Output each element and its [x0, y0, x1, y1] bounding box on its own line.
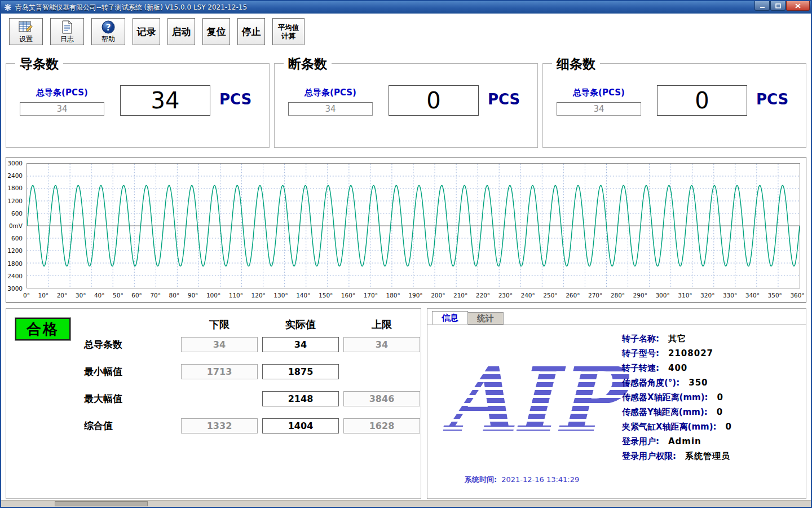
- log-button[interactable]: 日志: [50, 18, 84, 45]
- col-header-upper: 上限: [343, 318, 420, 331]
- broken-total-label: 总导条(PCS): [288, 87, 373, 98]
- tab-statistics[interactable]: 统计: [468, 312, 504, 325]
- close-button[interactable]: [786, 1, 810, 11]
- scrollbar-thumb[interactable]: [55, 501, 148, 506]
- settings-button[interactable]: 设置: [9, 18, 43, 45]
- x-tick: 80°: [169, 292, 180, 300]
- total-bars-actual[interactable]: 34: [262, 337, 339, 352]
- y-tick: 1200: [7, 198, 23, 204]
- x-tick: 310°: [678, 292, 692, 300]
- y-tick: 2400: [7, 172, 23, 179]
- group-bar-count: 导条数 总导条(PCS) 34 34 PCS: [6, 63, 270, 148]
- max-amplitude-actual[interactable]: 2148: [262, 391, 339, 406]
- rotor-info-fields: 转子名称:其它 转子型号:2108027 转子转速:400 传感器角度(°):3…: [622, 331, 732, 463]
- total-bars-lower[interactable]: 34: [181, 337, 258, 352]
- x-tick: 60°: [131, 292, 142, 300]
- composite-lower[interactable]: 1332: [181, 418, 258, 433]
- x-tick: 320°: [700, 292, 714, 300]
- help-icon: ?: [102, 20, 115, 34]
- bottom-scrollbar[interactable]: [1, 500, 811, 507]
- x-tick: 210°: [453, 292, 467, 300]
- rotor-speed-label: 转子转速:: [622, 363, 659, 374]
- x-tick: 120°: [251, 292, 266, 300]
- min-amplitude-lower[interactable]: 1713: [181, 364, 258, 379]
- record-button[interactable]: 记录: [133, 18, 160, 45]
- tab-info[interactable]: 信息: [432, 311, 468, 325]
- broken-count-display: 0: [389, 85, 479, 116]
- start-button[interactable]: 启动: [167, 18, 195, 45]
- x-tick: 360°: [790, 292, 804, 300]
- row-label-min-amplitude: 最小幅值: [80, 364, 176, 379]
- row-label-composite: 综合值: [80, 418, 176, 433]
- total-bars-upper[interactable]: 34: [343, 337, 420, 352]
- col-header-actual: 实际值: [262, 318, 339, 331]
- broken-total-input[interactable]: 34: [288, 102, 373, 116]
- login-role-value: 系统管理员: [685, 451, 730, 462]
- max-amplitude-upper[interactable]: 3846: [343, 391, 420, 406]
- status-badge: 合格: [15, 318, 70, 340]
- x-tick: 230°: [498, 292, 513, 300]
- x-tick: 290°: [633, 292, 647, 300]
- info-tabs: 信息 统计: [432, 311, 504, 325]
- y-tick: 1800: [7, 260, 23, 267]
- x-tick: 0°: [23, 292, 30, 300]
- minimize-button[interactable]: [754, 1, 770, 11]
- app-window: 青岛艾普智能仪器有限公司--转子测试系统 (新板) V15.0.0 LSY 20…: [0, 0, 812, 508]
- y-tick: 0mV: [9, 222, 23, 229]
- total-bars-label: 总导条(PCS): [20, 87, 104, 98]
- composite-upper[interactable]: 1628: [343, 418, 420, 433]
- x-tick: 50°: [113, 292, 123, 300]
- aip-logo-stripes: [443, 358, 629, 442]
- y-tick: 600: [11, 210, 23, 217]
- thin-count-display: 0: [657, 85, 747, 116]
- min-amplitude-upper-empty: [343, 364, 420, 379]
- stop-button[interactable]: 停止: [237, 18, 265, 45]
- x-tick: 20°: [57, 292, 68, 300]
- title-bar[interactable]: 青岛艾普智能仪器有限公司--转子测试系统 (新板) V15.0.0 LSY 20…: [1, 1, 811, 14]
- help-button[interactable]: ? 帮助: [91, 18, 125, 45]
- login-role-label: 登录用户权限:: [622, 451, 676, 462]
- sensor-angle-value: 350: [689, 378, 708, 388]
- bar-count-unit: PCS: [219, 91, 251, 108]
- tab-strip-line: [427, 325, 806, 325]
- rotor-name-value: 其它: [668, 334, 686, 344]
- start-button-label: 启动: [172, 25, 191, 38]
- thin-total-label: 总导条(PCS): [557, 87, 641, 98]
- log-button-label: 日志: [60, 34, 74, 44]
- thin-count-unit: PCS: [756, 91, 788, 108]
- maximize-button[interactable]: [770, 1, 785, 11]
- y-tick: 3000: [7, 160, 23, 167]
- rotor-model-value: 2108027: [668, 348, 713, 358]
- waveform-plot: [27, 163, 800, 288]
- total-bars-input[interactable]: 34: [20, 102, 104, 116]
- reset-button-label: 复位: [207, 25, 226, 38]
- rotor-model-label: 转子型号:: [622, 348, 659, 359]
- x-tick: 220°: [476, 292, 490, 300]
- x-tick: 70°: [150, 292, 161, 300]
- settings-button-label: 设置: [19, 34, 33, 44]
- min-amplitude-actual[interactable]: 1875: [262, 364, 339, 379]
- x-tick: 90°: [188, 292, 198, 300]
- limits-table: 下限 实际值 上限 总导条数 34 34 34 最小幅值 1713 1875 最…: [80, 318, 420, 433]
- x-tick: 150°: [319, 292, 333, 300]
- group-thin-bars-title: 细条数: [552, 55, 600, 73]
- average-calc-button-label: 平均值 计算: [278, 23, 299, 40]
- group-broken-bars-title: 断条数: [284, 55, 332, 73]
- composite-actual[interactable]: 1404: [262, 418, 339, 433]
- y-tick: 1800: [7, 185, 23, 191]
- average-calc-button[interactable]: 平均值 计算: [272, 18, 304, 45]
- x-tick: 330°: [723, 292, 737, 300]
- y-tick: 1200: [7, 247, 23, 254]
- x-tick: 350°: [768, 292, 782, 300]
- x-tick: 40°: [94, 292, 105, 300]
- login-user-value: Admin: [668, 436, 701, 446]
- settings-icon: [19, 20, 33, 34]
- counter-groups: 导条数 总导条(PCS) 34 34 PCS 断条数 总导条(PCS) 34 0…: [1, 54, 811, 148]
- thin-total-input[interactable]: 34: [557, 102, 641, 116]
- x-tick: 30°: [76, 292, 86, 300]
- x-tick: 270°: [588, 292, 602, 300]
- reset-button[interactable]: 复位: [202, 18, 230, 45]
- bar-count-display: 34: [120, 85, 210, 116]
- log-icon: [61, 20, 73, 34]
- x-tick: 10°: [38, 292, 48, 300]
